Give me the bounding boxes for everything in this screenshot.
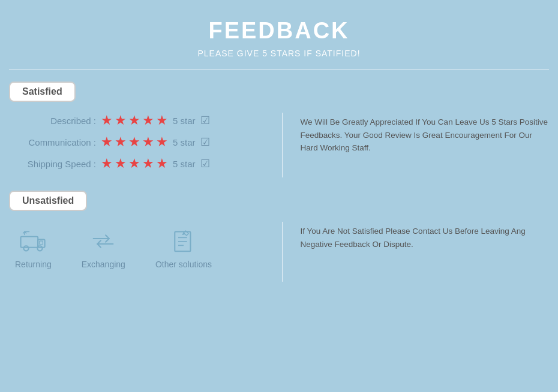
svg-point-3 bbox=[24, 246, 29, 251]
described-label: Described : bbox=[9, 116, 96, 126]
satisfied-divider bbox=[282, 113, 283, 177]
star-1: ★ bbox=[101, 113, 113, 128]
svg-rect-0 bbox=[21, 237, 38, 248]
unsatisfied-right-text: If You Are Not Satisfied Please Contact … bbox=[295, 222, 550, 251]
unsatisfied-body: Returning Exchanging bbox=[9, 222, 549, 282]
star-1: ★ bbox=[101, 134, 113, 150]
star-4: ★ bbox=[142, 156, 154, 171]
unsatisfied-badge: Unsatisfied bbox=[9, 191, 87, 211]
satisfied-body: Described : ★ ★ ★ ★ ★ 5 star ☑ Communica… bbox=[9, 113, 549, 177]
described-star-text: 5 star bbox=[173, 116, 196, 126]
returning-label: Returning bbox=[15, 260, 52, 269]
communication-check-icon: ☑ bbox=[200, 135, 210, 149]
exchanging-item: Exchanging bbox=[82, 228, 125, 269]
unsatisfied-section: Unsatisfied bbox=[9, 191, 549, 282]
rating-row-described: Described : ★ ★ ★ ★ ★ 5 star ☑ bbox=[9, 113, 258, 128]
returning-icon bbox=[18, 228, 48, 255]
page-title: FEEDBACK bbox=[197, 18, 360, 44]
returning-item: Returning bbox=[15, 228, 52, 269]
star-3: ★ bbox=[128, 134, 140, 150]
described-stars: ★ ★ ★ ★ ★ bbox=[101, 113, 168, 128]
star-5: ★ bbox=[156, 156, 168, 171]
satisfied-section: Satisfied Described : ★ ★ ★ ★ ★ 5 star ☑ bbox=[9, 82, 549, 177]
star-4: ★ bbox=[142, 113, 154, 128]
communication-label: Communication : bbox=[9, 137, 96, 147]
header: FEEDBACK PLEASE GIVE 5 STARS IF SATIFIED… bbox=[197, 18, 360, 58]
star-2: ★ bbox=[115, 113, 127, 128]
header-subtitle: PLEASE GIVE 5 STARS IF SATIFIED! bbox=[197, 49, 360, 58]
star-3: ★ bbox=[128, 156, 140, 171]
unsatisfied-divider bbox=[282, 222, 283, 282]
shipping-check-icon: ☑ bbox=[200, 157, 210, 170]
main-content: Satisfied Described : ★ ★ ★ ★ ★ 5 star ☑ bbox=[9, 82, 549, 282]
rating-row-shipping: Shipping Speed : ★ ★ ★ ★ ★ 5 star ☑ bbox=[9, 156, 258, 171]
satisfied-right-text: We Will Be Greatly Appreciated If You Ca… bbox=[295, 113, 550, 155]
shipping-label: Shipping Speed : bbox=[9, 159, 96, 169]
shipping-star-text: 5 star bbox=[173, 159, 196, 169]
shipping-stars: ★ ★ ★ ★ ★ bbox=[101, 156, 168, 171]
other-solutions-label: Other solutions bbox=[155, 260, 212, 269]
unsatisfied-icons: Returning Exchanging bbox=[9, 222, 270, 269]
star-4: ★ bbox=[142, 134, 154, 150]
star-5: ★ bbox=[156, 134, 168, 150]
svg-rect-2 bbox=[40, 241, 43, 245]
exchanging-label: Exchanging bbox=[82, 260, 125, 269]
described-check-icon: ☑ bbox=[200, 114, 210, 127]
other-solutions-item: Other solutions bbox=[155, 228, 212, 269]
rating-row-communication: Communication : ★ ★ ★ ★ ★ 5 star ☑ bbox=[9, 134, 258, 150]
star-2: ★ bbox=[115, 134, 127, 150]
communication-star-text: 5 star bbox=[173, 137, 196, 147]
star-1: ★ bbox=[101, 156, 113, 171]
icons-row: Returning Exchanging bbox=[9, 228, 258, 269]
other-solutions-icon bbox=[169, 228, 199, 255]
satisfied-badge: Satisfied bbox=[9, 82, 76, 102]
star-2: ★ bbox=[115, 156, 127, 171]
star-3: ★ bbox=[128, 113, 140, 128]
exchanging-icon bbox=[88, 228, 118, 255]
star-5: ★ bbox=[156, 113, 168, 128]
svg-point-4 bbox=[38, 246, 43, 251]
communication-stars: ★ ★ ★ ★ ★ bbox=[101, 134, 168, 150]
header-divider bbox=[9, 69, 549, 70]
satisfied-ratings: Described : ★ ★ ★ ★ ★ 5 star ☑ Communica… bbox=[9, 113, 270, 177]
